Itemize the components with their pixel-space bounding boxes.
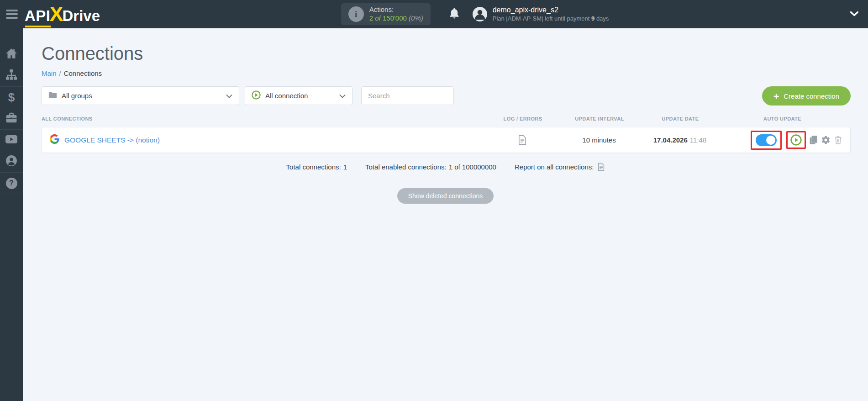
col-update-date: UPDATE DATE xyxy=(647,116,714,121)
actions-label: Actions: xyxy=(369,5,423,14)
account-chevron-down-icon[interactable] xyxy=(850,10,859,18)
show-deleted-connections-button[interactable]: Show deleted connections xyxy=(397,188,494,204)
run-highlight-box xyxy=(786,131,806,149)
update-interval-value: 10 minutes xyxy=(582,136,615,144)
main-content: Connections Main/Connections All groups xyxy=(23,0,868,204)
col-update-interval: UPDATE INTERVAL xyxy=(552,116,647,121)
run-connection-play-icon[interactable] xyxy=(790,134,802,146)
chevron-down-icon xyxy=(226,92,232,100)
left-sidebar: $ ? xyxy=(0,28,23,401)
update-time-value: 11:48 xyxy=(690,136,706,144)
table-header-row: ALL CONNECTIONS LOG / ERRORS UPDATE INTE… xyxy=(42,116,851,121)
home-icon xyxy=(5,48,17,61)
page-title: Connections xyxy=(42,44,868,63)
totals-row: Total connections: 1 Total enabled conne… xyxy=(23,163,868,171)
create-connection-button[interactable]: + Create connection xyxy=(762,86,851,106)
menu-hamburger-icon[interactable] xyxy=(6,8,18,21)
col-log-errors: LOG / ERRORS xyxy=(493,116,552,121)
total-connections: Total connections: 1 xyxy=(286,163,347,171)
report-all-connections: Report on all connections: xyxy=(515,163,605,171)
breadcrumb-current: Connections xyxy=(64,69,102,77)
table-row: GOOGLE SHEETS -> (notion) 10 minutes 17.… xyxy=(42,127,851,153)
sidebar-item-services[interactable] xyxy=(0,108,23,130)
update-date-value: 17.04.2026 xyxy=(653,136,688,144)
youtube-icon xyxy=(5,134,18,146)
report-file-icon[interactable] xyxy=(598,163,605,171)
user-icon xyxy=(5,155,17,169)
user-menu[interactable]: demo_apix-drive_s2 Plan |ADM-AP-SM| left… xyxy=(493,5,609,23)
connection-name-link[interactable]: GOOGLE SHEETS -> (notion) xyxy=(64,136,160,144)
groups-select-value: All groups xyxy=(62,92,92,100)
sidebar-item-connections[interactable] xyxy=(0,65,23,87)
actions-percent: (0%) xyxy=(409,14,423,22)
log-file-icon[interactable] xyxy=(518,135,526,145)
plus-icon: + xyxy=(773,91,779,101)
logo-x: X xyxy=(50,2,63,26)
actions-counter[interactable]: i Actions: 2 of 150'000 (0%) xyxy=(341,3,431,25)
play-circle-icon xyxy=(252,90,261,101)
folder-icon xyxy=(48,91,57,100)
apixdrive-logo[interactable]: APIXDrive xyxy=(25,2,100,26)
logo-drive: Drive xyxy=(63,7,100,25)
sitemap-icon xyxy=(5,69,17,83)
col-auto-update: AUTO UPDATE xyxy=(714,116,851,121)
dollar-icon: $ xyxy=(8,90,15,105)
auto-update-highlight-box xyxy=(751,131,782,150)
info-icon: i xyxy=(348,6,364,22)
sidebar-item-payments[interactable]: $ xyxy=(0,87,23,108)
notifications-bell-icon[interactable] xyxy=(449,7,460,21)
groups-select[interactable]: All groups xyxy=(42,86,239,105)
filters-row: All groups All connection + Create conne… xyxy=(42,86,851,105)
breadcrumb: Main/Connections xyxy=(42,69,868,77)
user-plan: Plan |ADM-AP-SM| left until payment 9 da… xyxy=(493,15,609,23)
copy-connection-icon[interactable] xyxy=(809,135,818,145)
col-all-connections: ALL CONNECTIONS xyxy=(42,116,493,121)
user-avatar[interactable] xyxy=(473,7,487,21)
connection-select[interactable]: All connection xyxy=(245,86,352,105)
chevron-down-icon xyxy=(339,92,346,100)
logo-api: API xyxy=(25,7,51,25)
search-input[interactable] xyxy=(361,86,454,105)
briefcase-icon xyxy=(5,112,17,125)
total-enabled-connections: Total enabled connections: 1 of 10000000… xyxy=(365,163,496,171)
actions-of: of xyxy=(375,14,381,22)
connection-select-value: All connection xyxy=(265,92,308,100)
sidebar-item-home[interactable] xyxy=(0,44,23,65)
toggle-knob xyxy=(766,136,775,145)
top-header: APIXDrive i Actions: 2 of 150'000 (0%) d… xyxy=(0,0,868,28)
question-icon: ? xyxy=(6,178,17,189)
total-connections-value: 1 xyxy=(343,163,347,171)
actions-used: 2 xyxy=(369,14,373,22)
actions-total: 150'000 xyxy=(383,14,407,22)
user-name: demo_apix-drive_s2 xyxy=(493,5,609,15)
auto-update-toggle[interactable] xyxy=(756,134,777,146)
delete-trash-icon[interactable] xyxy=(834,135,842,145)
breadcrumb-main-link[interactable]: Main xyxy=(42,69,57,77)
sidebar-item-profile[interactable] xyxy=(0,151,23,173)
sidebar-item-video-guides[interactable] xyxy=(0,130,23,151)
google-logo-icon xyxy=(50,134,59,146)
total-enabled-value: 1 of 100000000 xyxy=(449,163,496,171)
breadcrumb-separator: / xyxy=(59,69,61,77)
days-left-value: 9 xyxy=(591,15,594,22)
sidebar-item-help[interactable]: ? xyxy=(0,173,23,194)
settings-gear-icon[interactable] xyxy=(821,135,831,145)
